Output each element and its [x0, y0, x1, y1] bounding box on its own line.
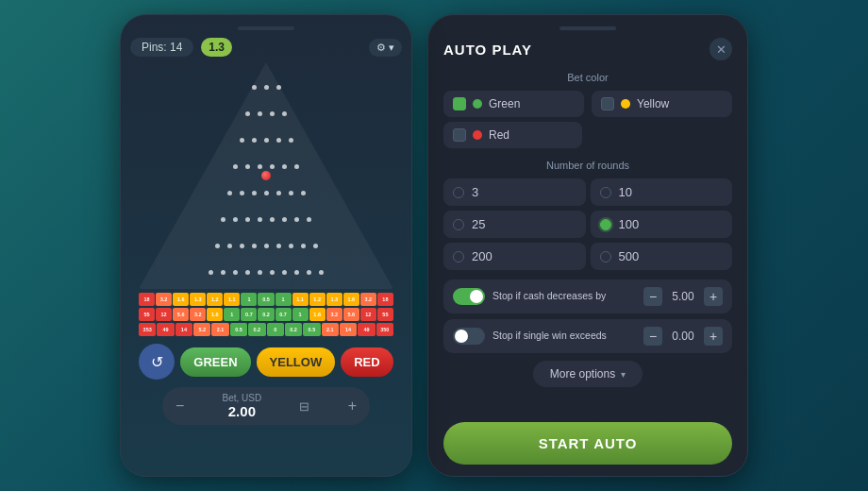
settings-button[interactable]: ⚙ ▾ [369, 39, 402, 57]
round-radio-25[interactable] [453, 219, 464, 230]
dot [301, 244, 306, 248]
dot [319, 270, 324, 275]
phone-header: Pins: 14 1.3 ⚙ ▾ [130, 38, 402, 57]
cash-minus-button[interactable]: − [643, 287, 662, 306]
dot [233, 270, 238, 275]
score-cell: 1.2 [309, 293, 326, 306]
dot [258, 164, 262, 169]
color-row-bottom: Red [443, 122, 732, 148]
score-cell: 1.3 [190, 293, 206, 306]
pins-label: Pins: 14 [142, 41, 182, 54]
green-bet-button[interactable]: GREEN [180, 347, 250, 377]
dot-row-6 [217, 217, 315, 222]
round-option-200[interactable]: 200 [443, 243, 586, 270]
more-options-button[interactable]: More options ▾ [533, 361, 643, 387]
red-dot [473, 130, 482, 140]
red-bet-button[interactable]: RED [341, 347, 392, 377]
plus-button[interactable]: + [348, 398, 357, 415]
dot [289, 191, 293, 195]
start-auto-button[interactable]: START AUTO [443, 422, 732, 465]
cash-toggle[interactable] [453, 288, 485, 305]
multiplier-value: 1.3 [209, 41, 225, 54]
round-radio-500[interactable] [600, 251, 611, 262]
dot-row-5 [224, 191, 309, 195]
dot [215, 244, 220, 248]
score-cell: 3.2 [326, 308, 342, 321]
yellow-option-label: Yellow [637, 97, 669, 110]
dot [245, 270, 250, 275]
dot [252, 191, 257, 195]
color-option-red[interactable]: Red [443, 122, 582, 148]
stop-row-win: Stop if single win exceeds − 0.00 + [443, 319, 732, 353]
round-option-100[interactable]: 100 [591, 211, 733, 238]
dot [227, 244, 232, 248]
score-cell: 1.6 [207, 308, 223, 321]
round-option-10[interactable]: 10 [591, 178, 733, 206]
score-cell: 0.5 [258, 293, 274, 306]
score-cell: 1.2 [207, 293, 223, 306]
score-cell: 0.2 [258, 308, 274, 321]
score-cell: 55 [139, 308, 155, 321]
bet-color-label: Bet color [443, 72, 732, 83]
score-cell: 1.6 [173, 293, 189, 306]
bet-buttons: ↺ GREEN YELLOW RED [139, 344, 392, 380]
cash-plus-button[interactable]: + [704, 287, 723, 306]
round-label-10: 10 [619, 185, 632, 199]
score-cell: 3.2 [190, 308, 206, 321]
dot [264, 244, 269, 248]
dot [270, 111, 275, 116]
win-plus-button[interactable]: + [704, 327, 723, 346]
score-cell: 3.2 [360, 293, 376, 306]
dot [270, 217, 275, 222]
color-options: Green Yellow Red [443, 91, 732, 148]
close-button[interactable]: ✕ [709, 38, 732, 60]
score-cell: 14 [340, 323, 357, 336]
win-minus-button[interactable]: − [643, 327, 662, 346]
dot [245, 111, 250, 116]
green-checkbox[interactable] [453, 97, 466, 110]
round-radio-10[interactable] [600, 187, 611, 198]
round-radio-200[interactable] [453, 251, 464, 262]
yellow-checkbox[interactable] [601, 97, 614, 110]
dot [282, 164, 287, 169]
right-panel: AUTO PLAY ✕ Bet color Green Yel [427, 14, 748, 477]
dot [252, 85, 257, 90]
color-option-green[interactable]: Green [443, 91, 584, 117]
round-option-3[interactable]: 3 [443, 178, 586, 206]
yellow-dot [621, 99, 630, 109]
pins-badge: Pins: 14 [130, 38, 193, 57]
score-cell: 1.1 [224, 293, 240, 306]
yellow-bet-button[interactable]: YELLOW [257, 347, 336, 377]
left-phone: Pins: 14 1.3 ⚙ ▾ [120, 14, 412, 477]
red-checkbox[interactable] [453, 128, 466, 142]
round-radio-100[interactable] [600, 219, 611, 230]
chevron-icon: ▾ [389, 42, 394, 54]
score-cell: 12 [156, 308, 172, 321]
win-toggle[interactable] [453, 328, 485, 345]
score-cell: 0.2 [248, 323, 265, 336]
score-row-2: 55 12 5.6 3.2 1.6 1 0.7 0.2 0.7 1 1.6 3.… [139, 308, 393, 321]
round-option-25[interactable]: 25 [443, 211, 586, 238]
rounds-grid: 3 10 25 100 200 [443, 178, 732, 270]
bet-value: 2.00 [223, 403, 262, 419]
stop-row-cash: Stop if cash decreases by − 5.00 + [443, 279, 732, 313]
toggle-thumb [470, 290, 483, 303]
score-cell: 1 [224, 308, 240, 321]
score-cell: 1 [292, 308, 309, 321]
round-option-500[interactable]: 500 [591, 243, 733, 270]
round-radio-3[interactable] [453, 187, 464, 198]
win-amount-control: − 0.00 + [643, 327, 723, 346]
more-options-row: More options ▾ [428, 361, 747, 387]
cash-amount-value: 5.00 [666, 290, 700, 303]
minus-button[interactable]: − [175, 398, 184, 415]
color-option-yellow[interactable]: Yellow [592, 91, 732, 117]
refresh-button[interactable]: ↺ [139, 344, 175, 380]
score-cell: 1 [241, 293, 257, 306]
win-amount-value: 0.00 [666, 330, 700, 343]
dot [221, 217, 225, 222]
plinko-board [139, 62, 393, 289]
dot-row-1 [248, 85, 285, 90]
dot [282, 270, 287, 275]
score-row-3: 353 49 14 5.2 2.1 0.5 0.2 0 0.2 0.5 2.1 … [139, 323, 393, 336]
dot [270, 270, 275, 275]
